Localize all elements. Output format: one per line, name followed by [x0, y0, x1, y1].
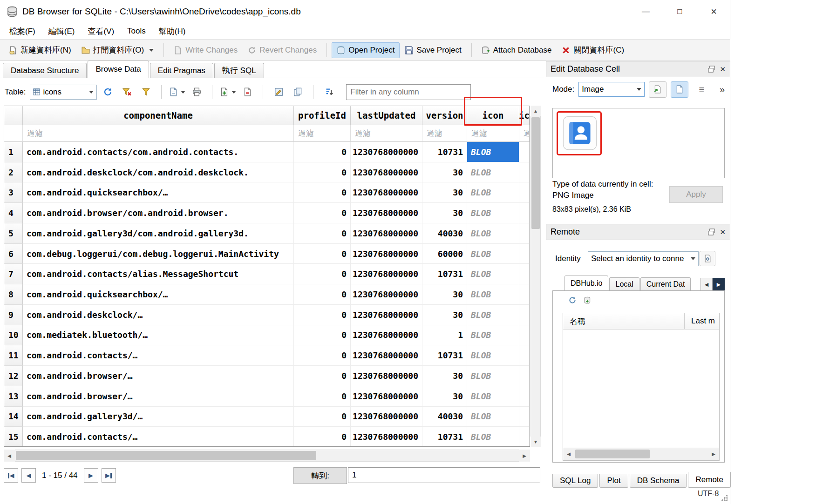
tab-plot[interactable]: Plot	[599, 474, 628, 488]
scroll-right-button[interactable]: ▶	[519, 450, 530, 462]
cell-version[interactable]: 30	[422, 386, 467, 407]
cell-profile[interactable]: 0	[294, 203, 351, 223]
cell-profile[interactable]: 0	[294, 407, 351, 427]
cell-component[interactable]: com.debug.loggerui/com.debug.loggerui.Ma…	[23, 244, 294, 264]
tab-edit-pragmas[interactable]: Edit Pragmas	[150, 63, 213, 78]
refresh-button[interactable]	[99, 84, 116, 100]
cell-partial[interactable]	[519, 366, 530, 386]
row-number[interactable]: 10	[4, 325, 23, 346]
cell-component[interactable]: com.android.browser/…	[23, 366, 294, 386]
last-page-button[interactable]: ▶	[102, 468, 116, 483]
vscroll-thumb[interactable]	[531, 117, 540, 229]
resize-grip[interactable]	[721, 495, 728, 502]
cell-icon[interactable]: BLOB	[467, 407, 519, 427]
cell-updated[interactable]: 1230768000000	[351, 407, 422, 427]
sort-button[interactable]	[320, 84, 337, 100]
next-page-button[interactable]: ▶	[84, 468, 98, 483]
scroll-left-button[interactable]: ◀	[563, 448, 574, 460]
cell-component[interactable]: com.mediatek.bluetooth/…	[23, 325, 294, 346]
cell-profile[interactable]: 0	[294, 325, 351, 346]
menu-file[interactable]: 檔案(F)	[3, 23, 42, 39]
column-header-profileId[interactable]: profileId	[294, 106, 351, 125]
mode-select[interactable]: Image	[578, 82, 645, 97]
prev-page-button[interactable]: ◀	[21, 468, 36, 483]
cell-component[interactable]: com.android.deskclock/com.android.deskcl…	[23, 162, 294, 183]
image-view-button[interactable]	[671, 81, 688, 98]
cell-component[interactable]: com.android.browser/…	[23, 386, 294, 407]
menu-tools[interactable]: Tools	[121, 23, 152, 39]
open-database-dropdown-icon[interactable]	[149, 49, 154, 52]
cell-version[interactable]: 30	[422, 203, 467, 223]
cell-partial[interactable]	[519, 182, 530, 203]
cell-updated[interactable]: 1230768000000	[351, 427, 422, 447]
close-database-button[interactable]: 關閉資料庫(C)	[557, 41, 629, 59]
row-number[interactable]: 13	[4, 386, 23, 407]
tab-current-database[interactable]: Current Dat	[640, 277, 691, 291]
cell-icon[interactable]: BLOB	[467, 284, 519, 305]
cell-icon[interactable]: BLOB	[467, 244, 519, 264]
tab-browse-data[interactable]: Browse Data	[88, 60, 149, 78]
cell-component[interactable]: com.android.contacts/…	[23, 427, 294, 447]
write-changes-button[interactable]: Write Changes	[169, 42, 243, 58]
cell-version[interactable]: 10731	[422, 264, 467, 284]
save-view-button[interactable]	[169, 84, 186, 100]
remote-hscrollbar[interactable]: ◀ ▶	[563, 448, 719, 460]
remote-column-name[interactable]: 名稱	[563, 313, 685, 329]
cell-updated[interactable]: 1230768000000	[351, 325, 422, 346]
scroll-right-button[interactable]: ▶	[708, 448, 719, 460]
cell-component[interactable]: com.android.gallery3d/com.android.galler…	[23, 223, 294, 244]
cell-icon[interactable]: BLOB	[467, 223, 519, 244]
identity-settings-button[interactable]	[700, 251, 715, 266]
cell-icon[interactable]: BLOB	[467, 427, 519, 447]
tab-dbhub[interactable]: DBHub.io	[564, 276, 608, 291]
cell-profile[interactable]: 0	[294, 142, 351, 162]
cell-partial[interactable]	[519, 284, 530, 305]
cell-updated[interactable]: 1230768000000	[351, 142, 422, 162]
cell-component[interactable]: com.android.quicksearchbox/…	[23, 284, 294, 305]
cell-profile[interactable]: 0	[294, 223, 351, 244]
cell-component[interactable]: com.android.contacts/com.android.contact…	[23, 142, 294, 162]
filter-conditions-button[interactable]	[137, 84, 154, 100]
scroll-up-button[interactable]: ▲	[530, 106, 541, 116]
duplicate-record-button[interactable]	[289, 84, 306, 100]
new-database-button[interactable]: 新建資料庫(N)	[4, 41, 76, 59]
row-number[interactable]: 7	[4, 264, 23, 284]
column-header-lastUpdated[interactable]: lastUpdated	[351, 106, 422, 125]
goto-input[interactable]	[348, 467, 540, 483]
cell-version[interactable]: 40030	[422, 407, 467, 427]
cell-icon[interactable]: BLOB	[467, 345, 519, 366]
print-button[interactable]	[188, 84, 205, 100]
cell-icon[interactable]: BLOB	[467, 142, 519, 162]
remote-column-lastmodified[interactable]: Last m	[685, 313, 719, 329]
column-header-corner[interactable]	[4, 106, 23, 125]
more-tools-button[interactable]: »	[720, 84, 725, 95]
cell-version[interactable]: 30	[422, 182, 467, 203]
cell-component[interactable]: com.android.quicksearchbox/…	[23, 182, 294, 203]
cell-updated[interactable]: 1230768000000	[351, 366, 422, 386]
tab-sql-log[interactable]: SQL Log	[552, 474, 598, 488]
cell-partial[interactable]	[519, 264, 530, 284]
save-project-button[interactable]: Save Project	[400, 42, 466, 58]
column-header-componentName[interactable]: componentName	[23, 106, 294, 125]
edit-cell-button[interactable]	[270, 84, 287, 100]
cell-updated[interactable]: 1230768000000	[351, 305, 422, 325]
cell-updated[interactable]: 1230768000000	[351, 203, 422, 223]
tab-remote[interactable]: Remote	[688, 472, 731, 488]
tab-execute-sql[interactable]: 執行 SQL	[214, 63, 264, 78]
cell-component[interactable]: com.android.contacts/…	[23, 345, 294, 366]
cell-profile[interactable]: 0	[294, 182, 351, 203]
remote-tabs-scroll-right[interactable]: ▶	[713, 278, 725, 291]
cell-profile[interactable]: 0	[294, 264, 351, 284]
filter-profileId[interactable]: 過濾	[294, 125, 351, 142]
table-selector[interactable]: icons	[30, 85, 97, 100]
filter-lastUpdated[interactable]: 過濾	[351, 125, 422, 142]
cell-icon[interactable]: BLOB	[467, 203, 519, 223]
cell-icon[interactable]: BLOB	[467, 386, 519, 407]
identity-select[interactable]: Select an identity to conne	[588, 251, 699, 266]
revert-changes-button[interactable]: Revert Changes	[243, 42, 322, 58]
row-number[interactable]: 9	[4, 305, 23, 325]
new-record-button[interactable]	[219, 84, 237, 100]
cell-profile[interactable]: 0	[294, 427, 351, 447]
cell-updated[interactable]: 1230768000000	[351, 264, 422, 284]
row-number[interactable]: 8	[4, 284, 23, 305]
